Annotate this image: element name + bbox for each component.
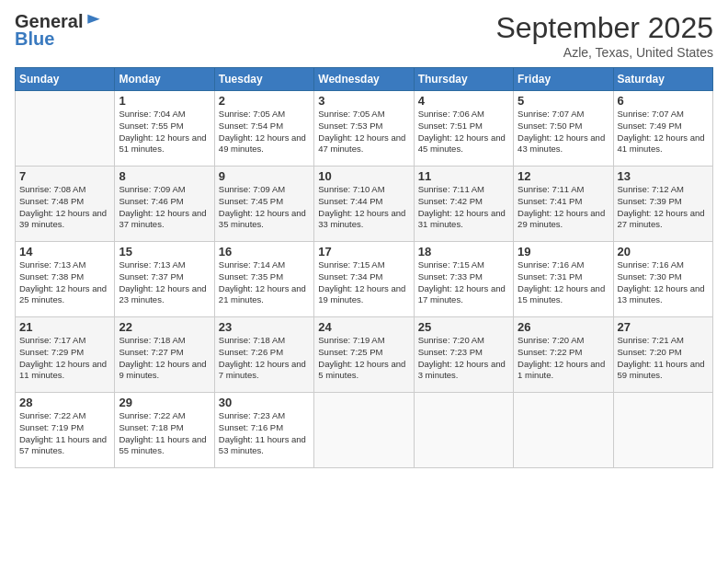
day-number: 2 bbox=[219, 94, 310, 108]
day-info: Sunrise: 7:19 AMSunset: 7:25 PMDaylight:… bbox=[318, 335, 409, 382]
day-info: Sunrise: 7:13 AMSunset: 7:38 PMDaylight:… bbox=[19, 259, 110, 306]
col-sunday: Sunday bbox=[16, 68, 115, 91]
day-number: 16 bbox=[219, 245, 310, 259]
day-number: 17 bbox=[318, 245, 409, 259]
col-saturday: Saturday bbox=[613, 68, 712, 91]
day-number: 30 bbox=[219, 396, 310, 409]
day-number: 8 bbox=[119, 169, 210, 183]
day-number: 21 bbox=[19, 320, 110, 334]
day-info: Sunrise: 7:07 AMSunset: 7:49 PMDaylight:… bbox=[618, 109, 709, 155]
table-row: 19Sunrise: 7:16 AMSunset: 7:31 PMDayligh… bbox=[514, 242, 613, 317]
day-number: 14 bbox=[19, 245, 110, 259]
table-row: 5Sunrise: 7:07 AMSunset: 7:50 PMDaylight… bbox=[514, 91, 613, 167]
day-number: 23 bbox=[219, 320, 310, 334]
logo-blue-text: Blue bbox=[15, 29, 54, 50]
table-row: 24Sunrise: 7:19 AMSunset: 7:25 PMDayligh… bbox=[314, 317, 414, 393]
day-info: Sunrise: 7:18 AMSunset: 7:27 PMDaylight:… bbox=[119, 335, 210, 382]
day-info: Sunrise: 7:16 AMSunset: 7:30 PMDaylight:… bbox=[618, 259, 709, 306]
table-row: 9Sunrise: 7:09 AMSunset: 7:45 PMDaylight… bbox=[214, 167, 313, 242]
location-subtitle: Azle, Texas, United States bbox=[495, 45, 713, 60]
table-row: 16Sunrise: 7:14 AMSunset: 7:35 PMDayligh… bbox=[214, 242, 313, 317]
table-row: 10Sunrise: 7:10 AMSunset: 7:44 PMDayligh… bbox=[314, 167, 414, 242]
table-row bbox=[514, 393, 613, 468]
day-number: 22 bbox=[119, 320, 210, 334]
table-row: 2Sunrise: 7:05 AMSunset: 7:54 PMDaylight… bbox=[214, 91, 313, 167]
table-row bbox=[314, 393, 414, 468]
day-info: Sunrise: 7:05 AMSunset: 7:54 PMDaylight:… bbox=[219, 109, 310, 155]
day-number: 24 bbox=[318, 320, 409, 334]
day-number: 15 bbox=[119, 245, 210, 259]
table-row: 14Sunrise: 7:13 AMSunset: 7:38 PMDayligh… bbox=[16, 242, 115, 317]
day-info: Sunrise: 7:04 AMSunset: 7:55 PMDaylight:… bbox=[119, 109, 210, 155]
col-thursday: Thursday bbox=[414, 68, 513, 91]
day-info: Sunrise: 7:21 AMSunset: 7:20 PMDaylight:… bbox=[618, 335, 709, 382]
month-title: September 2025 bbox=[495, 11, 713, 45]
day-info: Sunrise: 7:06 AMSunset: 7:51 PMDaylight:… bbox=[418, 109, 509, 155]
table-row: 15Sunrise: 7:13 AMSunset: 7:37 PMDayligh… bbox=[115, 242, 214, 317]
logo: General Blue bbox=[15, 11, 103, 50]
title-block: September 2025 Azle, Texas, United State… bbox=[495, 11, 713, 60]
table-row: 1Sunrise: 7:04 AMSunset: 7:55 PMDaylight… bbox=[115, 91, 214, 167]
col-monday: Monday bbox=[115, 68, 214, 91]
day-info: Sunrise: 7:13 AMSunset: 7:37 PMDaylight:… bbox=[119, 259, 210, 306]
calendar-header-row: Sunday Monday Tuesday Wednesday Thursday… bbox=[16, 68, 713, 91]
table-row: 7Sunrise: 7:08 AMSunset: 7:48 PMDaylight… bbox=[16, 167, 115, 242]
calendar-week-row: 28Sunrise: 7:22 AMSunset: 7:19 PMDayligh… bbox=[16, 393, 713, 468]
col-wednesday: Wednesday bbox=[314, 68, 414, 91]
day-number: 9 bbox=[219, 169, 310, 183]
day-info: Sunrise: 7:09 AMSunset: 7:46 PMDaylight:… bbox=[119, 184, 210, 231]
day-number: 26 bbox=[518, 320, 609, 334]
day-info: Sunrise: 7:17 AMSunset: 7:29 PMDaylight:… bbox=[19, 335, 110, 382]
day-number: 12 bbox=[518, 169, 609, 183]
day-number: 29 bbox=[119, 396, 210, 409]
day-info: Sunrise: 7:08 AMSunset: 7:48 PMDaylight:… bbox=[19, 184, 110, 231]
calendar-week-row: 7Sunrise: 7:08 AMSunset: 7:48 PMDaylight… bbox=[16, 167, 713, 242]
day-number: 7 bbox=[19, 169, 110, 183]
day-info: Sunrise: 7:22 AMSunset: 7:18 PMDaylight:… bbox=[119, 410, 210, 457]
table-row: 20Sunrise: 7:16 AMSunset: 7:30 PMDayligh… bbox=[613, 242, 712, 317]
day-number: 13 bbox=[618, 169, 709, 183]
calendar-week-row: 14Sunrise: 7:13 AMSunset: 7:38 PMDayligh… bbox=[16, 242, 713, 317]
table-row: 13Sunrise: 7:12 AMSunset: 7:39 PMDayligh… bbox=[613, 167, 712, 242]
day-info: Sunrise: 7:15 AMSunset: 7:33 PMDaylight:… bbox=[418, 259, 509, 306]
table-row: 27Sunrise: 7:21 AMSunset: 7:20 PMDayligh… bbox=[613, 317, 712, 393]
day-number: 11 bbox=[418, 169, 509, 183]
page-container: General Blue September 2025 Azle, Texas,… bbox=[0, 0, 728, 563]
day-number: 28 bbox=[19, 396, 110, 409]
table-row: 26Sunrise: 7:20 AMSunset: 7:22 PMDayligh… bbox=[514, 317, 613, 393]
table-row: 23Sunrise: 7:18 AMSunset: 7:26 PMDayligh… bbox=[214, 317, 313, 393]
day-info: Sunrise: 7:05 AMSunset: 7:53 PMDaylight:… bbox=[318, 109, 409, 155]
day-number: 10 bbox=[318, 169, 409, 183]
col-friday: Friday bbox=[514, 68, 613, 91]
day-info: Sunrise: 7:20 AMSunset: 7:22 PMDaylight:… bbox=[518, 335, 609, 382]
day-info: Sunrise: 7:11 AMSunset: 7:42 PMDaylight:… bbox=[418, 184, 509, 231]
table-row: 25Sunrise: 7:20 AMSunset: 7:23 PMDayligh… bbox=[414, 317, 513, 393]
day-info: Sunrise: 7:16 AMSunset: 7:31 PMDaylight:… bbox=[518, 259, 609, 306]
table-row: 17Sunrise: 7:15 AMSunset: 7:34 PMDayligh… bbox=[314, 242, 414, 317]
table-row: 21Sunrise: 7:17 AMSunset: 7:29 PMDayligh… bbox=[16, 317, 115, 393]
table-row: 22Sunrise: 7:18 AMSunset: 7:27 PMDayligh… bbox=[115, 317, 214, 393]
table-row: 29Sunrise: 7:22 AMSunset: 7:18 PMDayligh… bbox=[115, 393, 214, 468]
day-info: Sunrise: 7:10 AMSunset: 7:44 PMDaylight:… bbox=[318, 184, 409, 231]
day-info: Sunrise: 7:14 AMSunset: 7:35 PMDaylight:… bbox=[219, 259, 310, 306]
table-row bbox=[16, 91, 115, 167]
day-info: Sunrise: 7:20 AMSunset: 7:23 PMDaylight:… bbox=[418, 335, 509, 382]
day-number: 25 bbox=[418, 320, 509, 334]
day-number: 6 bbox=[618, 94, 709, 108]
table-row: 18Sunrise: 7:15 AMSunset: 7:33 PMDayligh… bbox=[414, 242, 513, 317]
table-row: 28Sunrise: 7:22 AMSunset: 7:19 PMDayligh… bbox=[16, 393, 115, 468]
day-info: Sunrise: 7:22 AMSunset: 7:19 PMDaylight:… bbox=[19, 410, 110, 457]
table-row: 6Sunrise: 7:07 AMSunset: 7:49 PMDaylight… bbox=[613, 91, 712, 167]
day-number: 4 bbox=[418, 94, 509, 108]
table-row bbox=[613, 393, 712, 468]
day-number: 27 bbox=[618, 320, 709, 334]
table-row: 11Sunrise: 7:11 AMSunset: 7:42 PMDayligh… bbox=[414, 167, 513, 242]
logo-flag-icon bbox=[85, 13, 103, 31]
day-info: Sunrise: 7:11 AMSunset: 7:41 PMDaylight:… bbox=[518, 184, 609, 231]
calendar-table: Sunday Monday Tuesday Wednesday Thursday… bbox=[15, 67, 713, 468]
day-number: 1 bbox=[119, 94, 210, 108]
col-tuesday: Tuesday bbox=[214, 68, 313, 91]
table-row: 4Sunrise: 7:06 AMSunset: 7:51 PMDaylight… bbox=[414, 91, 513, 167]
table-row: 12Sunrise: 7:11 AMSunset: 7:41 PMDayligh… bbox=[514, 167, 613, 242]
day-info: Sunrise: 7:18 AMSunset: 7:26 PMDaylight:… bbox=[219, 335, 310, 382]
